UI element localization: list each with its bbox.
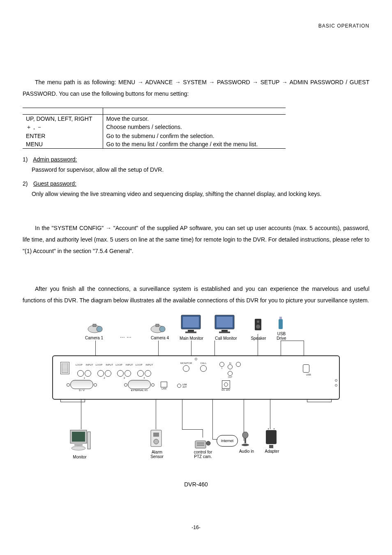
svg-rect-13 [219, 332, 230, 333]
label-audio-in: Audio in [236, 449, 257, 454]
svg-rect-7 [183, 317, 199, 327]
intro-paragraph: The menu path is as following: MENU → AD… [23, 76, 369, 99]
label-speaker: Speaker [249, 336, 268, 341]
microphone-icon [240, 432, 250, 447]
svg-rect-25 [153, 433, 159, 437]
desc-cell: Move the cursor. [103, 115, 286, 123]
svg-rect-22 [74, 444, 83, 446]
svg-rect-34 [266, 430, 277, 444]
svg-rect-18 [279, 319, 283, 329]
label-alarm-sensor: Alarm Sensor [147, 450, 167, 459]
item-body: Only allow viewing the live streaming vi… [32, 189, 369, 200]
alarm-sensor-icon [150, 429, 162, 447]
svg-rect-12 [221, 330, 228, 332]
monitor-icon [213, 314, 236, 335]
svg-point-26 [154, 439, 159, 444]
item-guest-password: 2) Guest password: [23, 180, 369, 187]
svg-rect-20 [72, 432, 85, 442]
svg-rect-5 [156, 324, 159, 327]
page-header: BASIC OPERATION [318, 23, 369, 29]
svg-point-4 [159, 326, 165, 332]
label-ptz: control for PTZ cam. [189, 450, 217, 459]
svg-rect-17 [279, 317, 282, 319]
item-body: Password for supervisor, allow all the s… [32, 164, 369, 175]
item-admin-password: 1) Admin password: [23, 156, 369, 163]
item-title: Admin password: [33, 156, 77, 163]
svg-rect-35 [269, 445, 273, 448]
camera-icon [150, 322, 166, 335]
key-cell: UP, DOWN, LEFT, RIGHT [23, 115, 103, 123]
svg-point-23 [71, 446, 85, 450]
svg-point-28 [206, 441, 210, 445]
svg-rect-21 [88, 432, 90, 449]
usb-port-icon [303, 364, 309, 373]
connection-diagram: Camera 1 …… Camera 4 Main Monitor Call M… [52, 314, 340, 488]
dots-separator: …… [120, 333, 133, 339]
svg-point-1 [97, 326, 102, 332]
label-camera1: Camera 1 [82, 336, 106, 340]
ptz-controller-icon [194, 438, 211, 450]
pc-monitor-icon [69, 429, 91, 452]
svg-rect-29 [197, 442, 204, 444]
svg-point-33 [242, 444, 249, 446]
table-row: UP, DOWN, LEFT, RIGHT Move the cursor. [23, 115, 286, 123]
model-label: DVR-460 [52, 481, 340, 488]
svg-rect-11 [217, 317, 233, 327]
svg-rect-30 [197, 444, 204, 446]
label-usb-drive: USB Drive [273, 332, 290, 341]
svg-point-31 [242, 432, 248, 438]
connections-paragraph: After you finish all the connections, a … [23, 283, 369, 306]
svg-point-16 [257, 320, 259, 323]
main-content: The menu path is as following: MENU → AD… [23, 76, 369, 488]
table-row: ENTER Go to the submenu / confirm the se… [23, 132, 286, 140]
dvr-backpanel: LOOP INPUT1 LOOP INPUT2 LOOP INPUT3 LOOP… [52, 355, 340, 400]
svg-rect-9 [185, 332, 196, 333]
page-number: -16- [0, 525, 392, 530]
table-row: MENU Go to the menu list / confirm the c… [23, 140, 286, 149]
table-row: ＋ , － Choose numbers / selections. [23, 123, 286, 132]
camera-icon [87, 322, 104, 335]
label-call-monitor: Call Monitor [212, 336, 240, 341]
label-camera4: Camera 4 [148, 336, 172, 340]
adapter-icon [263, 428, 279, 449]
svg-point-15 [256, 325, 260, 329]
internet-cloud-icon: Internet [217, 435, 238, 447]
svg-rect-2 [93, 324, 96, 327]
monitor-icon [180, 314, 202, 335]
usb-drive-icon [278, 317, 283, 330]
buttons-table: UP, DOWN, LEFT, RIGHT Move the cursor. ＋… [23, 108, 286, 149]
speaker-icon [254, 318, 262, 331]
label-adapter: Adapter [263, 449, 281, 454]
label-monitor: Monitor [69, 455, 90, 459]
account-paragraph: In the "SYSTEM CONFIG" → "Account" of th… [23, 222, 369, 257]
svg-rect-8 [188, 330, 194, 332]
label-main-monitor: Main Monitor [177, 336, 206, 341]
item-title: Guest password: [33, 180, 76, 187]
svg-rect-32 [244, 438, 246, 443]
